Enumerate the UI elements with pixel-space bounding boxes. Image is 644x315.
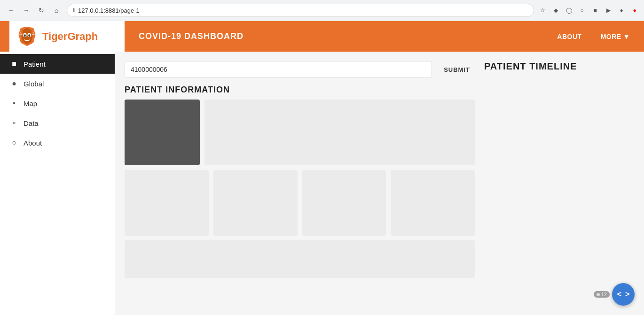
sidebar: ■ Patient ● Global ▪ Map ▫ Data ○ About (0, 52, 115, 315)
brand-area: TigerGraph (9, 21, 125, 52)
about-icon: ○ (9, 138, 19, 147)
profile-icon[interactable]: ● (617, 6, 626, 15)
patient-info-top-row (125, 100, 475, 165)
sidebar-item-global[interactable]: ● Global (0, 74, 115, 93)
nav-widget: 12 < > (594, 283, 635, 306)
browser-actions: ☆ ◆ ◯ ○ ■ ▶ ● ● (538, 6, 639, 15)
timeline-title: PATIENT TIMELINE (484, 61, 635, 72)
extension5-icon[interactable]: ▶ (604, 6, 613, 15)
patient-search-input[interactable] (125, 61, 432, 78)
sidebar-item-map[interactable]: ▪ Map (0, 93, 115, 113)
extension3-icon[interactable]: ○ (577, 6, 587, 15)
home-button[interactable]: ⌂ (50, 4, 63, 17)
sidebar-global-label: Global (24, 80, 44, 88)
patient-details-card (204, 100, 475, 165)
data-icon: ▫ (9, 119, 19, 127)
sidebar-item-patient[interactable]: ■ Patient (0, 54, 115, 74)
nav-circle-button[interactable]: < > (612, 283, 635, 306)
sidebar-map-label: Map (24, 100, 37, 108)
nav-links: ABOUT MORE ▼ (552, 31, 635, 43)
right-panel: PATIENT TIMELINE (484, 61, 635, 306)
nav-title: COVID-19 DASHBOARD (125, 31, 552, 41)
nav-buttons: ← → ↻ ⌂ (5, 4, 63, 17)
sidebar-item-data[interactable]: ▫ Data (0, 113, 115, 133)
patient-card-bottom (125, 240, 475, 278)
svg-point-4 (24, 34, 26, 37)
extension1-icon[interactable]: ◆ (551, 6, 560, 15)
sidebar-item-about[interactable]: ○ About (0, 133, 115, 153)
brand-name: TigerGraph (42, 31, 98, 43)
refresh-button[interactable]: ↻ (35, 4, 48, 17)
extension4-icon[interactable]: ■ (590, 6, 600, 15)
submit-button[interactable]: SUBMIT (439, 63, 475, 76)
left-panel: SUBMIT PATIENT INFORMATION (125, 61, 475, 306)
app-container: TigerGraph COVID-19 DASHBOARD ABOUT MORE… (0, 21, 644, 315)
svg-point-5 (28, 34, 30, 37)
nav-arrows: < > (616, 290, 631, 299)
forward-button[interactable]: → (20, 4, 33, 17)
nav-more[interactable]: MORE ▼ (596, 31, 635, 43)
search-row: SUBMIT (125, 61, 475, 78)
top-navbar: TigerGraph COVID-19 DASHBOARD ABOUT MORE… (0, 21, 644, 52)
url-text: 127.0.0.1:8881/page-1 (78, 7, 140, 14)
next-button[interactable]: > (624, 290, 630, 299)
patient-info-middle-row (125, 170, 475, 236)
nav-count: 12 (601, 292, 607, 297)
patient-icon: ■ (9, 60, 19, 68)
map-icon: ▪ (9, 99, 19, 108)
star-icon[interactable]: ☆ (538, 6, 547, 15)
patient-info-title: PATIENT INFORMATION (125, 85, 475, 95)
patient-image-card (125, 100, 200, 165)
tiger-logo (16, 26, 38, 47)
patient-card-2 (213, 170, 298, 236)
main-area: ■ Patient ● Global ▪ Map ▫ Data ○ About (0, 52, 644, 315)
menu-icon[interactable]: ● (630, 6, 639, 15)
global-icon: ● (9, 79, 19, 88)
nav-about[interactable]: ABOUT (552, 31, 586, 43)
svg-marker-1 (22, 28, 32, 45)
patient-card-1 (125, 170, 209, 236)
prev-button[interactable]: < (616, 290, 622, 299)
lock-icon: ℹ (73, 7, 75, 14)
browser-chrome: ← → ↻ ⌂ ℹ 127.0.0.1:8881/page-1 ☆ ◆ ◯ ○ … (0, 0, 644, 21)
count-dot-icon (597, 293, 600, 296)
sidebar-about-label: About (24, 139, 42, 147)
patient-card-4 (391, 170, 475, 236)
sidebar-data-label: Data (24, 119, 39, 127)
address-bar[interactable]: ℹ 127.0.0.1:8881/page-1 (67, 4, 534, 17)
back-button[interactable]: ← (5, 4, 18, 17)
sidebar-patient-label: Patient (24, 60, 46, 68)
page-content: SUBMIT PATIENT INFORMATION (115, 52, 644, 315)
nav-count-pill: 12 (594, 291, 610, 298)
patient-card-3 (302, 170, 386, 236)
extension2-icon[interactable]: ◯ (564, 6, 573, 15)
dropdown-arrow-icon: ▼ (623, 33, 630, 40)
